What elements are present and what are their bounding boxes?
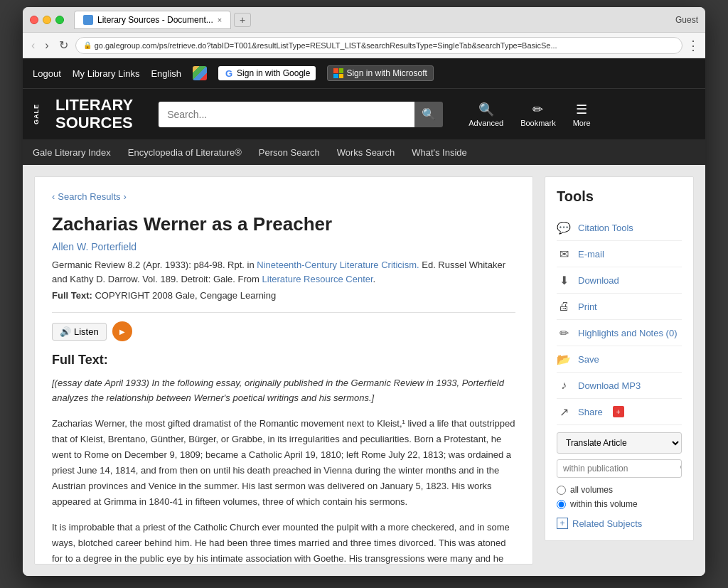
advanced-label: Advanced: [469, 119, 503, 127]
article-body-2: It is improbable that a priest of the Ca…: [52, 520, 515, 565]
citation-icon: 💬: [557, 220, 571, 235]
advanced-icon: 🔍: [478, 102, 494, 117]
advanced-search-tool[interactable]: 🔍 Advanced: [469, 102, 503, 127]
nav-encyclopedia[interactable]: Encyclopedia of Literature®: [128, 147, 242, 158]
app-toolbar: Logout My Library Links English G Sign i…: [23, 58, 705, 88]
tab-close-button[interactable]: ×: [218, 16, 222, 24]
search-input[interactable]: [159, 102, 414, 127]
download-mp3-label: Download MP3: [578, 380, 641, 391]
tab-label: Literary Sources - Document...: [97, 15, 213, 25]
lock-icon: 🔒: [83, 41, 92, 49]
print-label: Print: [578, 301, 597, 312]
copyright-label: Full Text:: [52, 290, 92, 301]
article-intro: [(essay date April 1933) In the followin…: [52, 376, 515, 406]
more-label: More: [573, 119, 591, 127]
email-icon: ✉: [557, 247, 571, 261]
search-within-button[interactable]: 🔍: [675, 460, 682, 477]
translate-select[interactable]: Translate Article: [557, 432, 682, 454]
nav-menu: Gale Literary Index Encyclopedia of Lite…: [23, 139, 705, 165]
full-text-heading: Full Text:: [52, 353, 515, 368]
related-plus-icon: +: [557, 518, 568, 529]
radio-within-volume-input[interactable]: [557, 500, 566, 509]
article-title: Zacharias Werner as a Preacher: [52, 213, 515, 235]
download-item[interactable]: ⬇ Download: [557, 267, 682, 294]
search-area: 🔍: [159, 102, 443, 127]
tools-panel: Tools 💬 Citation Tools ✉ E-mail ⬇ Downlo…: [545, 176, 694, 541]
logout-button[interactable]: Logout: [33, 68, 61, 79]
bookmark-tool[interactable]: ✏ Bookmark: [520, 102, 556, 127]
radio-within-volume[interactable]: within this volume: [557, 499, 682, 509]
listen-label: Listen: [74, 326, 99, 337]
tab-favicon: [83, 15, 93, 25]
nav-gale-literary[interactable]: Gale Literary Index: [33, 147, 111, 158]
radio-all-volumes-label: all volumes: [570, 485, 613, 495]
article-copyright: Full Text: COPYRIGHT 2008 Gale, Cengage …: [52, 290, 515, 301]
nav-person-search[interactable]: Person Search: [259, 147, 320, 158]
more-button[interactable]: ⋮: [687, 38, 700, 53]
search-button[interactable]: 🔍: [414, 102, 443, 127]
breadcrumb-right-chevron: ›: [124, 191, 127, 202]
close-button[interactable]: [30, 16, 38, 24]
print-item[interactable]: 🖨 Print: [557, 294, 682, 320]
email-item[interactable]: ✉ E-mail: [557, 241, 682, 267]
google-icon: G: [224, 68, 234, 78]
minimize-button[interactable]: [43, 16, 51, 24]
download-mp3-item[interactable]: ♪ Download MP3: [557, 373, 682, 399]
article-body-1: Zacharias Werner, the most gifted dramat…: [52, 416, 515, 511]
microsoft-signin-label: Sign in with Microsoft: [346, 68, 427, 78]
listen-button[interactable]: 🔊 Listen: [52, 323, 107, 341]
tab-area: Literary Sources - Document... × +: [74, 11, 670, 29]
more-tool[interactable]: ☰ More: [573, 102, 591, 127]
active-tab[interactable]: Literary Sources - Document... ×: [74, 11, 231, 29]
radio-group: all volumes within this volume: [557, 485, 682, 509]
title-bar: Literary Sources - Document... × + Guest: [23, 7, 705, 33]
listen-bar: 🔊 Listen ▶: [52, 321, 515, 341]
nav-whats-inside[interactable]: What's Inside: [412, 147, 467, 158]
radio-all-volumes-input[interactable]: [557, 486, 566, 495]
download-label: Download: [578, 275, 619, 286]
new-tab-button[interactable]: +: [234, 13, 251, 27]
sign-in-microsoft-button[interactable]: Sign in with Microsoft: [327, 65, 433, 81]
refresh-button[interactable]: ↻: [56, 37, 71, 53]
traffic-lights: [30, 16, 64, 24]
email-label: E-mail: [578, 249, 604, 260]
highlights-notes-item[interactable]: ✏ Highlights and Notes (0): [557, 320, 682, 346]
article-panel: ‹ Search Results › Zacharias Werner as a…: [34, 176, 533, 565]
sign-in-google-button[interactable]: G Sign in with Google: [218, 66, 316, 80]
citation-source-end: .: [373, 274, 376, 284]
article-author[interactable]: Allen W. Porterfield: [52, 241, 515, 252]
copyright-text: COPYRIGHT 2008 Gale, Cengage Learning: [95, 290, 276, 301]
url-bar[interactable]: 🔒 go.galegroup.com/ps/retrieve.do?tabID=…: [75, 37, 682, 54]
divider: [52, 312, 515, 313]
speaker-icon: 🔊: [60, 326, 71, 337]
back-button[interactable]: ‹: [28, 38, 38, 53]
window-guest-label: Guest: [675, 15, 698, 25]
citation-link[interactable]: Nineteenth-Century Literature Criticism.: [257, 260, 419, 270]
play-button[interactable]: ▶: [112, 321, 132, 341]
maximize-button[interactable]: [55, 16, 64, 24]
share-item[interactable]: ↗ Share +: [557, 399, 682, 425]
citation-source[interactable]: Literature Resource Center: [262, 274, 373, 284]
save-item[interactable]: 📂 Save: [557, 346, 682, 373]
bookmark-icon: ✏: [532, 102, 543, 117]
tools-title: Tools: [557, 188, 682, 205]
breadcrumb[interactable]: ‹ Search Results ›: [52, 191, 515, 202]
bookmark-label: Bookmark: [520, 119, 556, 127]
breadcrumb-left-chevron: ‹: [52, 191, 55, 202]
language-selector[interactable]: English: [151, 68, 181, 79]
breadcrumb-text[interactable]: Search Results: [58, 191, 120, 202]
search-within-input[interactable]: [557, 461, 675, 476]
share-icon: ↗: [557, 405, 571, 419]
nav-works-search[interactable]: Works Search: [337, 147, 395, 158]
print-icon: 🖨: [557, 299, 571, 314]
hamburger-icon: ☰: [576, 102, 587, 117]
related-subjects-item[interactable]: + Related Subjects: [557, 518, 682, 529]
app-icon: [193, 66, 207, 80]
brand-tools: 🔍 Advanced ✏ Bookmark ☰ More: [469, 102, 591, 127]
download-icon: ⬇: [557, 273, 571, 287]
my-library-button[interactable]: My Library Links: [73, 68, 140, 79]
citation-tools-item[interactable]: 💬 Citation Tools: [557, 215, 682, 241]
save-label: Save: [578, 354, 599, 365]
radio-all-volumes[interactable]: all volumes: [557, 485, 682, 495]
forward-button[interactable]: ›: [42, 38, 51, 53]
